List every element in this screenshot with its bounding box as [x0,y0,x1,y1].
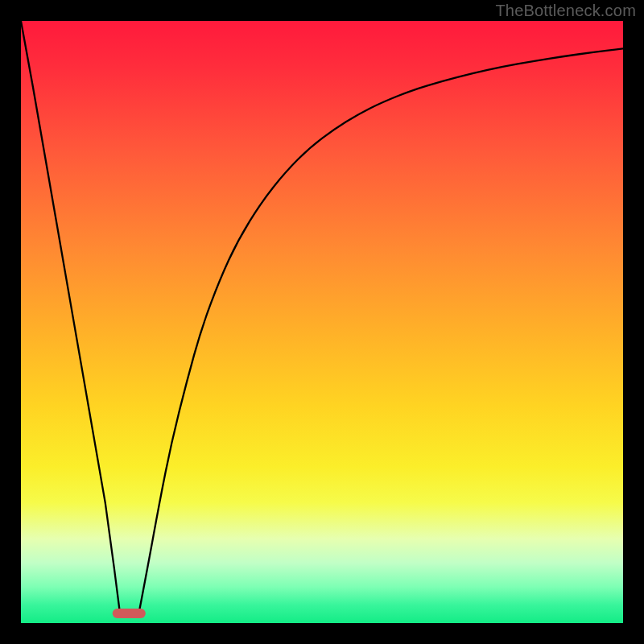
chart-frame: TheBottleneck.com [0,0,644,644]
curve-layer [21,21,623,623]
minimum-marker [113,609,146,618]
left-branch-line [21,21,120,616]
watermark-text: TheBottleneck.com [495,2,636,20]
plot-area [21,21,623,623]
right-branch-line [138,48,623,616]
